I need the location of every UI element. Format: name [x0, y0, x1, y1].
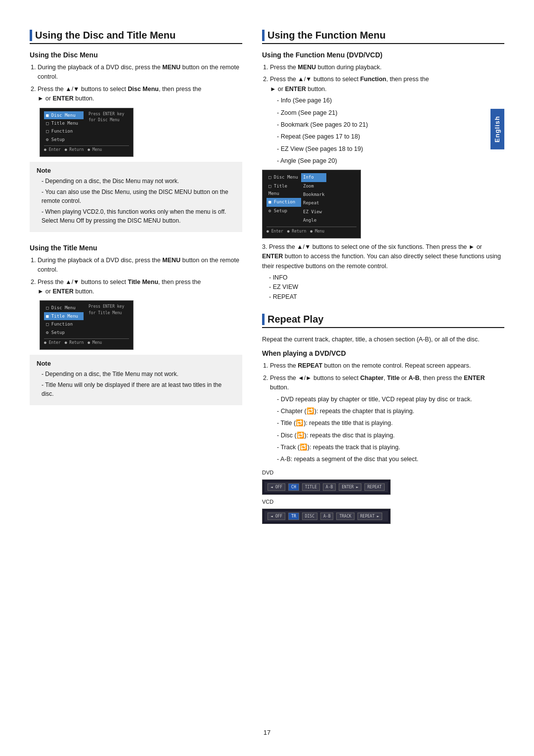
title-menu-note2: Title Menu will only be displayed if the… — [42, 380, 235, 398]
disc-menu-return-label: ● Return — [65, 147, 84, 153]
function-bullet-angle: Angle (See page 20) — [277, 156, 504, 166]
title-menu-note: Note Depending on a disc, the Title Menu… — [30, 355, 242, 405]
vcd-tr-btn: TR — [288, 513, 299, 520]
repeat-section-bar-icon — [262, 314, 265, 325]
title-menu-menu-label: ● Menu — [88, 340, 102, 346]
function-screen-right: Info Zoom Bookmark Repeat EZ View Angle — [301, 173, 326, 225]
title-menu-screen: □ Disc Menu ■ Title Menu □ Function ⚙ Se… — [40, 300, 134, 349]
title-menu-note-title: Note — [37, 360, 235, 367]
fn-ezview-item: EZ View — [301, 208, 326, 216]
dvd-repeat-bar: ◄ OFF CH TITLE A-B ENTER ► REPEAT — [265, 482, 388, 492]
vcd-off-btn: ◄ OFF — [267, 513, 285, 520]
title-menu-item-setup: ⚙ Setup — [44, 329, 84, 336]
repeat-bullets: DVD repeats play by chapter or title, VC… — [270, 395, 504, 465]
repeat-bullet4: Disc (🔁): repeats the disc that is playi… — [277, 431, 504, 440]
disc-menu-screen-left: ■ Disc Menu □ Title Menu □ Function ⚙ Se… — [44, 111, 84, 144]
disc-menu-item-setup: ⚙ Setup — [44, 136, 84, 143]
function-dvd-vcd-subtitle: Using the Function Menu (DVD/VCD) — [262, 51, 504, 59]
title-menu-step1: During the playback of a DVD disc, press… — [38, 256, 242, 275]
language-tab-text: English — [493, 116, 501, 142]
disc-menu-screen: ■ Disc Menu □ Title Menu □ Function ⚙ Se… — [40, 108, 134, 157]
vcd-label: VCD — [262, 499, 504, 505]
fn-menu-label: ● Menu — [310, 228, 324, 235]
direct-repeat: REPEAT — [269, 292, 504, 302]
language-tab: English — [490, 109, 504, 149]
fn-info-item: Info — [301, 173, 326, 182]
disc-title-menu-section: Using the Disc and Title Menu Using the … — [30, 30, 242, 405]
function-menu-section: Using the Function Menu Using the Functi… — [262, 30, 504, 302]
function-step2: Press the ▲/▼ buttons to select Function… — [270, 75, 504, 166]
disc-menu-bottom-bar: ● Enter ● Return ● Menu — [44, 145, 129, 153]
dvd-ab-btn: A-B — [323, 483, 336, 491]
title-menu-screen-right: Press ENTER keyfor Title Menu — [89, 304, 129, 336]
disc-title-section-title: Using the Disc and Title Menu — [35, 30, 242, 41]
title-menu-notes-list: Depending on a disc, the Title Menu may … — [37, 370, 235, 398]
repeat-bullet5: Track (🔁): repeats the track that is pla… — [277, 443, 504, 452]
dvd-label: DVD — [262, 470, 504, 475]
disc-menu-step1: During the playback of a DVD disc, press… — [38, 63, 242, 82]
vcd-repeat-bar: ◄ OFF TR DISC A-B TRACK REPEAT ► — [265, 511, 388, 521]
vcd-disc-btn: DISC — [302, 513, 317, 520]
disc-title-section-heading: Using the Disc and Title Menu — [30, 30, 242, 44]
repeat-play-section: Repeat Play Repeat the current track, ch… — [262, 314, 504, 524]
function-screen-left: □ Disc Menu □ Title Menu ■ Function ⚙ Se… — [267, 173, 301, 225]
fn-angle-item: Angle — [301, 216, 326, 225]
disc-menu-notes-list: Depending on a disc, the Disc Menu may n… — [37, 177, 235, 225]
section-bar-icon — [30, 30, 32, 41]
function-bullet-bookmark: Bookmark (See pages 20 to 21) — [277, 120, 504, 130]
repeat-steps: Press the REPEAT button on the remote co… — [262, 361, 504, 464]
fn-setup-item: ⚙ Setup — [267, 207, 301, 215]
disc-menu-menu-label: ● Menu — [88, 147, 102, 153]
disc-menu-subsection: Using the Disc Menu During the playback … — [30, 51, 242, 232]
page: Using the Disc and Title Menu Using the … — [0, 0, 534, 756]
disc-menu-note3: When playing VCD2.0, this function works… — [42, 207, 235, 225]
dvd-off-btn: ◄ OFF — [267, 483, 285, 491]
dvd-repeat-container: DVD ◄ OFF CH TITLE A-B ENTER ► REPEAT VC… — [262, 470, 504, 524]
page-number: 17 — [264, 729, 270, 736]
repeat-dvd-vcd-subtitle: When playing a DVD/VCD — [262, 349, 504, 357]
function-menu-heading: Using the Function Menu — [262, 30, 504, 44]
disc-menu-steps: During the playback of a DVD disc, press… — [30, 63, 242, 104]
title-menu-screen-row: □ Disc Menu ■ Title Menu □ Function ⚙ Se… — [44, 304, 129, 336]
dvd-enter-btn: ENTER ► — [339, 483, 361, 491]
disc-menu-item-function: □ Function — [44, 127, 84, 135]
fn-title-item: □ Title Menu — [267, 182, 301, 198]
direct-select-list: INFO EZ VIEW REPEAT — [262, 273, 504, 302]
function-screen-bottom: ● Enter ● Return ● Menu — [267, 227, 356, 235]
dvd-ch-btn: CH — [288, 483, 299, 491]
fn-bookmark-item: Bookmark — [301, 190, 326, 199]
function-step3-text: 3. Press the ▲/▼ buttons to select one o… — [262, 242, 504, 302]
repeat-bullet1: DVD repeats play by chapter or title, VC… — [277, 395, 504, 404]
title-menu-enter-label: ● Enter — [44, 340, 61, 346]
function-step1: Press the MENU button during playback. — [270, 63, 504, 72]
right-column: Using the Function Menu Using the Functi… — [257, 30, 504, 726]
direct-ezview: EZ VIEW — [269, 283, 504, 292]
function-menu-title: Using the Function Menu — [267, 30, 504, 41]
title-menu-subtitle: Using the Title Menu — [30, 244, 242, 252]
title-menu-item-disc: □ Disc Menu — [44, 304, 84, 312]
vcd-track-btn: TRACK — [336, 513, 354, 520]
repeat-play-heading: Repeat Play — [262, 314, 504, 328]
function-menu-screen: □ Disc Menu □ Title Menu ■ Function ⚙ Se… — [262, 170, 361, 238]
vcd-repeat-screen: ◄ OFF TR DISC A-B TRACK REPEAT ► — [262, 509, 391, 524]
title-menu-note1: Depending on a disc, the Title Menu may … — [42, 370, 235, 378]
disc-menu-subtitle: Using the Disc Menu — [30, 51, 242, 59]
function-menu-steps: Press the MENU button during playback. P… — [262, 63, 504, 166]
repeat-step1: Press the REPEAT button on the remote co… — [270, 361, 504, 371]
repeat-play-intro: Repeat the current track, chapter, title… — [262, 335, 504, 344]
repeat-step2: Press the ◄/► buttons to select Chapter,… — [270, 374, 504, 465]
repeat-bullet3: Title (🔁): repeats the title that is pla… — [277, 419, 504, 428]
left-column: Using the Disc and Title Menu Using the … — [30, 30, 257, 726]
function-bullet-ezview: EZ View (See pages 18 to 19) — [277, 144, 504, 154]
repeat-bullet2: Chapter (🔁): repeats the chapter that is… — [277, 407, 504, 416]
title-menu-return-label: ● Return — [65, 340, 84, 346]
title-menu-steps: During the playback of a DVD disc, press… — [30, 256, 242, 297]
dvd-repeat-screen: ◄ OFF CH TITLE A-B ENTER ► REPEAT — [262, 479, 391, 495]
dvd-title-btn: TITLE — [302, 483, 320, 491]
fn-repeat-item: Repeat — [301, 199, 326, 207]
disc-menu-note2: You can also use the Disc Menu, using th… — [42, 188, 235, 205]
repeat-play-title: Repeat Play — [267, 314, 504, 325]
title-menu-item-function: □ Function — [44, 320, 84, 328]
vcd-ab-btn: A-B — [320, 513, 333, 520]
function-section-bar-icon — [262, 30, 265, 41]
